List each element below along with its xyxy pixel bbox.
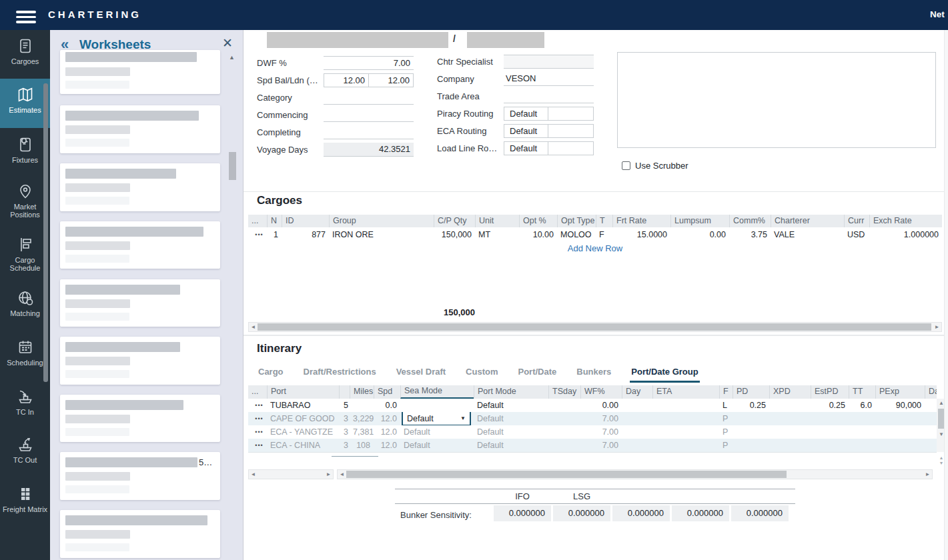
cell-pd[interactable] [733, 439, 769, 452]
cell-exch-rate[interactable]: 1.000000 [869, 227, 942, 242]
cell-port[interactable]: ECA - CHINA [267, 439, 339, 452]
chtr-specialist-field[interactable] [504, 55, 594, 69]
eca-routing-field[interactable]: Default [504, 124, 548, 138]
bunker-sensitivity-value[interactable]: 0.000000 [731, 505, 789, 521]
cell-tt[interactable] [849, 439, 875, 452]
cell-port-mode[interactable]: Default [474, 399, 548, 412]
dwf-field[interactable]: 7.00 [324, 56, 414, 70]
cell-xpd[interactable] [769, 412, 811, 425]
cell-day[interactable] [622, 399, 652, 412]
cell-spd[interactable]: 12.0 [374, 439, 400, 452]
cell-unit[interactable]: MT [475, 227, 519, 242]
cell-eta[interactable] [652, 425, 719, 439]
scroll-right-icon[interactable]: ► [923, 471, 932, 477]
cell-estpd[interactable]: 0.25 [811, 399, 849, 412]
cell-opt-type[interactable]: MOLOO [557, 227, 596, 242]
worksheet-card[interactable]: 5… [60, 452, 220, 500]
cell-spd[interactable]: 12.0 [374, 412, 400, 425]
bunker-sensitivity-value[interactable]: 0.000000 [612, 505, 670, 521]
cell-pexp[interactable]: 90,000 [875, 399, 925, 412]
eca-routing-extra-field[interactable] [548, 124, 594, 138]
category-field[interactable] [324, 91, 414, 105]
scroll-left-icon[interactable]: ◄ [338, 471, 346, 477]
cell-port[interactable]: ECA - YANGTZE [267, 425, 339, 439]
cell-tsday[interactable] [548, 412, 580, 425]
sidebar-item-cargoes[interactable]: Cargoes [0, 37, 50, 65]
sidebar-item-tc-in[interactable]: TC In [0, 387, 50, 416]
cell-estpd[interactable] [811, 425, 849, 439]
itinerary-row[interactable]: ••• CAPE OF GOOD 3 3,229 12.0 Default ▼ … [248, 412, 937, 425]
row-menu-icon[interactable]: ••• [248, 227, 267, 242]
cell-tt[interactable] [849, 425, 875, 439]
cell-miles[interactable]: 7,381 [350, 425, 374, 439]
worksheet-card[interactable] [60, 50, 220, 94]
net-link[interactable]: Net [930, 9, 945, 19]
scroll-left-icon[interactable]: ◄ [249, 324, 258, 330]
cell-t[interactable]: F [596, 227, 612, 242]
cell-comm-pct[interactable]: 3.75 [729, 227, 771, 242]
cell-estpd[interactable] [811, 439, 849, 452]
cell-tsday[interactable] [548, 425, 580, 439]
itinerary-h-scrollbar[interactable]: ◄ ► [337, 469, 933, 479]
cell-id[interactable]: 877 [282, 227, 329, 242]
cell-wf-pct[interactable]: 7.00 [580, 439, 622, 452]
cell-pd[interactable] [733, 425, 769, 439]
cell-pexp[interactable] [875, 425, 925, 439]
itinerary-row[interactable]: ••• TUBARAO 5 0.0 Default 0.00 L 0.25 0.… [248, 399, 937, 412]
close-panel-icon[interactable]: ✕ [222, 35, 233, 51]
cell-frt-rate[interactable]: 15.0000 [612, 227, 670, 242]
cell-wf-pct[interactable]: 0.00 [580, 399, 622, 412]
cell-estpd[interactable] [811, 412, 849, 425]
notes-box[interactable] [617, 52, 936, 148]
sidebar-item-estimates[interactable]: Estimates [0, 79, 50, 128]
tab-vessel-draft[interactable]: Vessel Draft [395, 367, 447, 383]
piracy-routing-extra-field[interactable] [548, 107, 594, 121]
cell-xpd[interactable] [769, 439, 811, 452]
cell-pd[interactable]: 0.25 [733, 399, 769, 412]
sidebar-item-cargo-schedule[interactable]: Cargo Schedule [0, 235, 50, 272]
cell-n[interactable]: 3 [339, 412, 350, 425]
spd-ballast-field[interactable]: 12.00 [324, 73, 369, 87]
tab-bunkers[interactable]: Bunkers [575, 367, 612, 383]
tab-port-date-group[interactable]: Port/Date Group [630, 367, 699, 383]
cell-n[interactable]: 1 [267, 227, 282, 242]
row-menu-icon[interactable]: ••• [248, 425, 267, 439]
cell-pexp[interactable] [875, 439, 925, 452]
cell-pexp[interactable] [875, 412, 925, 425]
load-line-routing-extra-field[interactable] [548, 141, 594, 155]
load-line-routing-field[interactable]: Default [504, 141, 548, 155]
cell-miles[interactable]: 108 [350, 439, 374, 452]
cell-n[interactable]: 5 [339, 399, 350, 412]
bunker-sensitivity-value[interactable]: 0.000000 [553, 505, 610, 521]
cell-sea-mode[interactable] [400, 399, 474, 412]
cell-port[interactable]: TUBARAO [267, 399, 339, 412]
cell-n[interactable]: 3 [339, 439, 350, 452]
row-menu-icon[interactable]: ••• [248, 439, 267, 452]
cell-eta[interactable] [652, 439, 719, 452]
sidebar-item-freight-matrix[interactable]: Freight Matrix [0, 485, 50, 513]
panel-scroll-up-icon[interactable]: ▲ [229, 54, 235, 61]
row-menu-icon[interactable]: ••• [248, 412, 267, 425]
cargoes-h-scrollbar-thumb[interactable] [258, 323, 931, 331]
hamburger-menu-icon[interactable] [16, 8, 36, 26]
cell-da[interactable] [925, 439, 937, 452]
cell-curr[interactable]: USD [844, 227, 869, 242]
cell-lumpsum[interactable]: 0.00 [670, 227, 729, 242]
cell-f[interactable]: P [719, 439, 733, 452]
add-new-row-link[interactable]: Add New Row [248, 243, 942, 253]
cell-da[interactable] [925, 399, 937, 412]
tab-custom[interactable]: Custom [464, 367, 499, 383]
cell-wf-pct[interactable]: 7.00 [580, 425, 622, 439]
cell-da[interactable] [925, 425, 937, 439]
cell-tsday[interactable] [548, 399, 580, 412]
itinerary-row[interactable]: ••• ECA - YANGTZE 3 7,381 12.0 Default D… [248, 425, 937, 439]
cell-port-mode[interactable]: Default [474, 425, 548, 439]
cell-day[interactable] [622, 425, 652, 439]
piracy-routing-field[interactable]: Default [504, 107, 548, 121]
cell-miles[interactable] [350, 399, 374, 412]
cell-charterer[interactable]: VALE [771, 227, 844, 242]
cell-spd[interactable]: 0.0 [374, 399, 400, 412]
cell-wf-pct[interactable]: 7.00 [580, 412, 622, 425]
sea-mode-dropdown[interactable]: Default ▼ [402, 412, 471, 425]
cell-miles[interactable]: 3,229 [350, 412, 374, 425]
